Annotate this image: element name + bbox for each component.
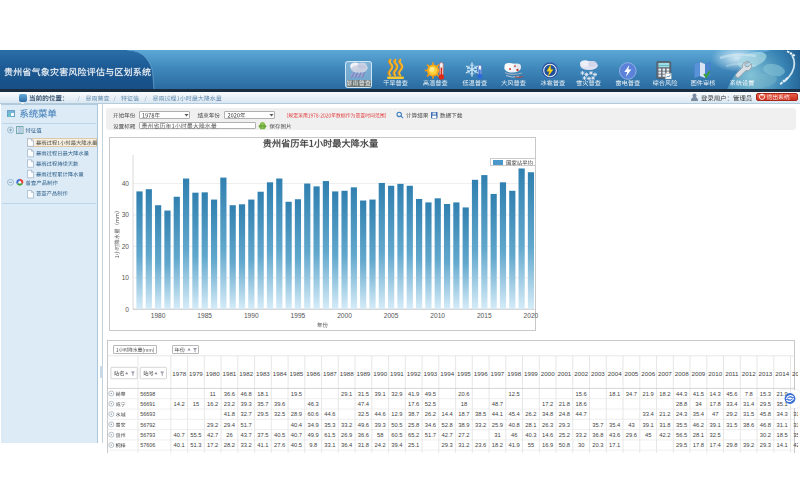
svg-text:0: 0 [125,306,129,313]
svg-text:2000: 2000 [337,312,352,319]
svg-text:2005: 2005 [384,312,399,319]
svg-text:40: 40 [122,180,130,187]
svg-text:30: 30 [122,211,130,218]
svg-text:1995: 1995 [291,312,306,319]
svg-text:20: 20 [122,243,130,250]
svg-text:2015: 2015 [477,312,492,319]
svg-text:2020: 2020 [524,312,539,319]
svg-text:1985: 1985 [197,312,212,319]
svg-text:2010: 2010 [430,312,445,319]
svg-text:10: 10 [122,274,130,281]
svg-text:1990: 1990 [244,312,259,319]
svg-text:1980: 1980 [151,312,166,319]
